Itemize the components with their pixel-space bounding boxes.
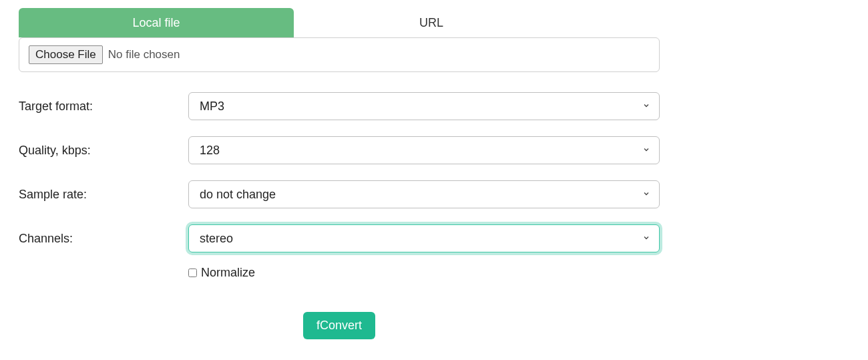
row-sample-rate: Sample rate: do not change: [19, 180, 660, 208]
row-quality: Quality, kbps: 128: [19, 136, 660, 164]
row-target-format: Target format: MP3: [19, 92, 660, 120]
tab-url-label: URL: [419, 16, 443, 30]
select-target-format-value: MP3: [200, 100, 224, 114]
choose-file-button[interactable]: Choose File: [29, 45, 103, 64]
select-quality-value: 128: [200, 144, 220, 158]
label-channels: Channels:: [19, 232, 188, 246]
file-status-text: No file chosen: [108, 48, 180, 61]
select-quality-wrap: 128: [188, 136, 660, 164]
label-sample-rate: Sample rate:: [19, 188, 188, 202]
form-container: Local file URL Choose File No file chose…: [19, 8, 660, 339]
label-target-format: Target format:: [19, 100, 188, 114]
select-channels[interactable]: stereo: [188, 224, 660, 252]
tab-url[interactable]: URL: [294, 8, 569, 37]
label-quality: Quality, kbps:: [19, 144, 188, 158]
convert-button-label: fConvert: [316, 319, 362, 332]
select-target-format[interactable]: MP3: [188, 92, 660, 120]
file-input-box: Choose File No file chosen: [19, 37, 660, 72]
select-sample-rate[interactable]: do not change: [188, 180, 660, 208]
checkbox-normalize[interactable]: [188, 268, 197, 277]
choose-file-button-label: Choose File: [35, 48, 96, 61]
submit-wrap: fConvert: [19, 312, 660, 339]
select-channels-wrap: stereo: [188, 224, 660, 252]
select-sample-rate-value: do not change: [200, 188, 276, 202]
source-tabs: Local file URL: [19, 8, 660, 37]
convert-button[interactable]: fConvert: [303, 312, 375, 339]
row-channels: Channels: stereo: [19, 224, 660, 252]
label-normalize[interactable]: Normalize: [201, 266, 255, 280]
tab-local-file-label: Local file: [132, 16, 180, 30]
select-quality[interactable]: 128: [188, 136, 660, 164]
select-channels-value: stereo: [200, 232, 233, 246]
select-sample-rate-wrap: do not change: [188, 180, 660, 208]
select-target-format-wrap: MP3: [188, 92, 660, 120]
row-normalize: Normalize: [188, 266, 660, 280]
tab-local-file[interactable]: Local file: [19, 8, 294, 37]
